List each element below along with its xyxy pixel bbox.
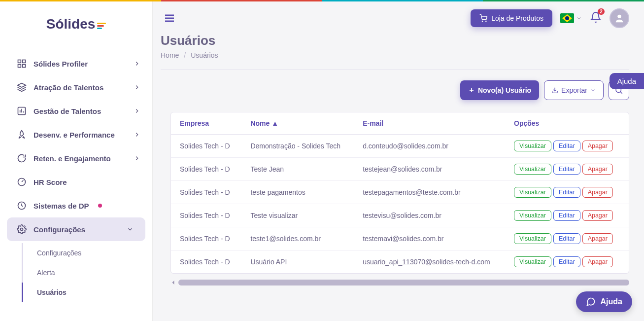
- sidebar-label: Configurações: [34, 225, 85, 234]
- avatar[interactable]: [610, 8, 629, 28]
- col-name[interactable]: Nome ▲: [241, 112, 354, 135]
- delete-button[interactable]: Apagar: [582, 187, 613, 198]
- chevron-right-icon: [134, 60, 140, 67]
- cell-options: VisualizarEditarApagar: [505, 250, 629, 274]
- rocket-icon: [17, 130, 27, 140]
- shop-button-label: Loja de Produtos: [491, 14, 543, 22]
- delete-button[interactable]: Apagar: [582, 233, 613, 244]
- col-email[interactable]: E-mail: [354, 112, 505, 135]
- svg-rect-0: [18, 60, 21, 63]
- view-button[interactable]: Visualizar: [514, 187, 551, 198]
- clock-icon: [17, 201, 27, 211]
- avatar-icon: [614, 13, 625, 24]
- scrollbar-track[interactable]: [178, 280, 629, 285]
- cell-email: usuario_api_113070@solides-tech-d.com: [354, 250, 505, 274]
- chevron-right-icon: [134, 84, 140, 91]
- cell-options: VisualizarEditarApagar: [505, 227, 629, 250]
- export-label: Exportar: [561, 86, 587, 94]
- cell-options: VisualizarEditarApagar: [505, 158, 629, 181]
- sidebar-item-desenv[interactable]: Desenv. e Performance: [0, 123, 152, 146]
- chevron-down-icon: [590, 87, 596, 93]
- sidebar-item-retencao[interactable]: Reten. e Engajamento: [0, 146, 152, 170]
- cell-options: VisualizarEditarApagar: [505, 204, 629, 227]
- sidebar-item-gestao[interactable]: Gestão de Talentos: [0, 99, 152, 123]
- sidebar-label: HR Score: [34, 178, 67, 186]
- gauge-icon: [17, 177, 27, 187]
- horizontal-scrollbar[interactable]: [170, 280, 629, 285]
- sidebar-item-profiler[interactable]: Sólides Profiler: [0, 52, 152, 75]
- breadcrumb-home[interactable]: Home: [161, 51, 179, 59]
- plus-icon: [468, 87, 475, 94]
- chevron-right-icon: [134, 155, 140, 162]
- cell-name: Teste Jean: [241, 158, 354, 181]
- cell-company: Solides Tech - D: [171, 250, 241, 274]
- logo[interactable]: Sólides: [0, 1, 152, 52]
- grid-icon: [17, 59, 27, 69]
- breadcrumb-separator: /: [184, 51, 186, 59]
- col-options: Opções: [505, 112, 629, 135]
- table-row: Solides Tech - Dteste pagamentostestepag…: [171, 181, 629, 204]
- submenu-item-usuarios[interactable]: Usuários: [22, 283, 152, 302]
- scrollbar-thumb[interactable]: [178, 280, 629, 285]
- delete-button[interactable]: Apagar: [582, 256, 613, 267]
- submenu-item-alerta[interactable]: Alerta: [22, 263, 152, 283]
- gear-icon: [17, 224, 27, 234]
- cell-company: Solides Tech - D: [171, 135, 241, 158]
- table-row: Solides Tech - DTeste Jeantestejean@soli…: [171, 158, 629, 181]
- breadcrumb: Home / Usuários: [161, 51, 629, 59]
- divider: [161, 69, 629, 70]
- col-company[interactable]: Empresa: [171, 112, 241, 135]
- export-button[interactable]: Exportar: [544, 80, 604, 100]
- table-row: Solides Tech - DUsuário APIusuario_api_1…: [171, 250, 629, 274]
- cell-email: testepagamentos@teste.com.br: [354, 181, 505, 204]
- sidebar-item-sistemasdp[interactable]: Sistemas de DP: [0, 194, 152, 217]
- cart-icon: [479, 14, 487, 22]
- refresh-icon: [17, 153, 27, 163]
- logo-text: Sólides: [46, 16, 96, 32]
- menu-toggle-icon[interactable]: [163, 12, 176, 24]
- cell-options: VisualizarEditarApagar: [505, 135, 629, 158]
- view-button[interactable]: Visualizar: [514, 164, 551, 175]
- help-bubble-label: Ajuda: [601, 297, 622, 306]
- svg-rect-3: [23, 65, 26, 68]
- notifications-button[interactable]: 2: [590, 11, 602, 25]
- sidebar-item-atracao[interactable]: Atração de Talentos: [0, 75, 152, 99]
- edit-button[interactable]: Editar: [553, 141, 580, 151]
- cell-name: Usuário API: [241, 250, 354, 274]
- svg-marker-23: [172, 281, 174, 285]
- view-button[interactable]: Visualizar: [514, 210, 551, 221]
- edit-button[interactable]: Editar: [553, 233, 580, 244]
- sidebar-submenu: Configurações Alerta Usuários: [22, 243, 152, 302]
- shop-button[interactable]: Loja de Produtos: [471, 9, 552, 27]
- view-button[interactable]: Visualizar: [514, 141, 551, 151]
- cell-company: Solides Tech - D: [171, 204, 241, 227]
- cell-email: testejean@solides.com.br: [354, 158, 505, 181]
- delete-button[interactable]: Apagar: [582, 141, 613, 151]
- submenu-item-config[interactable]: Configurações: [22, 243, 152, 263]
- svg-rect-2: [18, 65, 21, 68]
- edit-button[interactable]: Editar: [553, 210, 580, 221]
- svg-point-16: [486, 21, 486, 21]
- svg-line-22: [620, 92, 622, 93]
- sidebar-item-config[interactable]: Configurações: [7, 217, 145, 241]
- notification-badge: 2: [598, 8, 605, 15]
- edit-button[interactable]: Editar: [553, 256, 580, 267]
- chat-icon: [586, 297, 596, 307]
- sidebar-label: Desenv. e Performance: [34, 131, 115, 139]
- edit-button[interactable]: Editar: [553, 164, 580, 175]
- sidebar-label: Gestão de Talentos: [34, 107, 101, 115]
- help-side-tab[interactable]: Ajuda: [610, 73, 644, 89]
- cell-company: Solides Tech - D: [171, 181, 241, 204]
- language-selector[interactable]: [560, 13, 582, 23]
- chevron-right-icon: [134, 131, 140, 138]
- breadcrumb-current: Usuários: [191, 51, 218, 59]
- view-button[interactable]: Visualizar: [514, 233, 551, 244]
- sidebar-item-hrscore[interactable]: HR Score: [0, 170, 152, 194]
- delete-button[interactable]: Apagar: [582, 164, 613, 175]
- new-user-button[interactable]: Novo(a) Usuário: [460, 80, 539, 100]
- view-button[interactable]: Visualizar: [514, 256, 551, 267]
- delete-button[interactable]: Apagar: [582, 210, 613, 221]
- flag-br-icon: [560, 13, 574, 23]
- edit-button[interactable]: Editar: [553, 187, 580, 198]
- help-chat-bubble[interactable]: Ajuda: [576, 291, 632, 312]
